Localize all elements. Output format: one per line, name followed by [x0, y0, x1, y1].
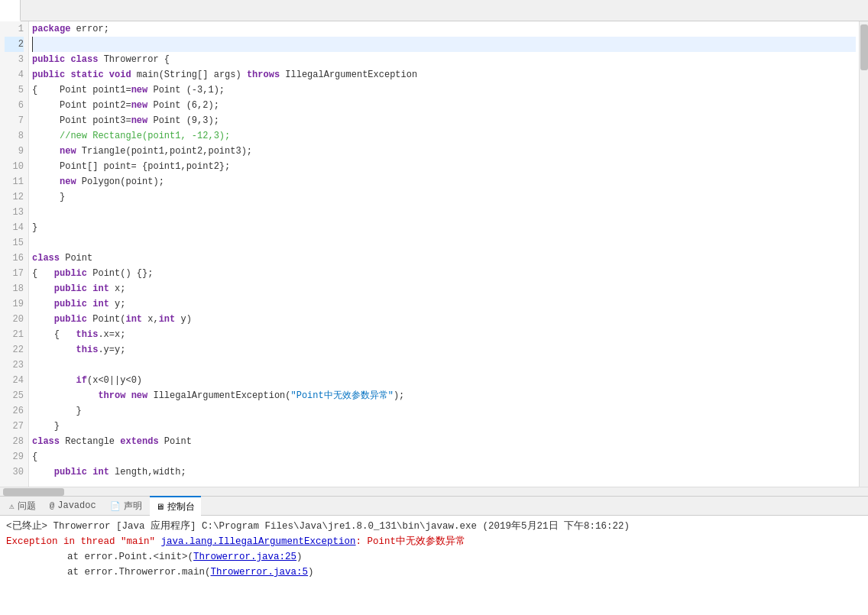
line-number: 28: [5, 434, 24, 449]
code-line: public int y;: [32, 296, 856, 312]
code-line: class Rectangle extends Point: [32, 434, 856, 449]
stack1-prefix: at error.Point.<init>(: [21, 552, 193, 562]
console-error-line: Exception in thread "main" java.lang.Ill…: [6, 534, 862, 549]
line-number: 8: [5, 128, 24, 144]
editor-tab[interactable]: [0, 0, 21, 21]
scrollbar-h-thumb[interactable]: [3, 488, 64, 496]
line-number: 16: [5, 251, 24, 266]
error-exception-link[interactable]: java.lang.IllegalArgumentException: [161, 536, 356, 547]
line-number: 11: [5, 174, 24, 189]
code-line: [32, 205, 856, 220]
vertical-scrollbar[interactable]: [859, 21, 868, 487]
error-prefix: Exception in thread "main": [6, 536, 161, 547]
error-suffix: : Point中无效参数异常: [356, 536, 466, 547]
line-number: 30: [5, 464, 24, 480]
console-icon: 🖥: [156, 502, 164, 512]
line-number: 1: [5, 21, 24, 37]
code-line: Point[] point= {point1,point2};: [32, 159, 856, 174]
code-line: }: [32, 419, 856, 434]
code-line: { Point point1=new Point (-3,1);: [32, 83, 856, 98]
code-line: [32, 37, 856, 52]
line-number: 15: [5, 235, 24, 251]
javadoc-label: Javadoc: [57, 500, 96, 511]
window-controls: [836, 4, 868, 18]
tab-bar: [0, 0, 868, 21]
horizontal-scrollbar[interactable]: [0, 487, 868, 496]
line-number: 3: [5, 52, 24, 67]
line-number: 25: [5, 388, 24, 403]
line-number: 10: [5, 159, 24, 174]
code-line: //new Rectangle(point1, -12,3);: [32, 128, 856, 144]
line-number: 27: [5, 419, 24, 434]
declaration-label: 声明: [124, 500, 142, 513]
code-line: public class Throwerror {: [32, 52, 856, 67]
bottom-tab-console[interactable]: 🖥控制台: [150, 496, 201, 516]
line-number: 20: [5, 312, 24, 327]
code-line: Point point2=new Point (6,2);: [32, 98, 856, 113]
line-number: 6: [5, 98, 24, 113]
code-line: { public Point() {};: [32, 266, 856, 281]
code-line: public static void main(String[] args) t…: [32, 67, 856, 83]
line-number: 24: [5, 373, 24, 388]
line-number: 4: [5, 67, 24, 83]
line-number: 7: [5, 113, 24, 128]
code-line: this.y=y;: [32, 342, 856, 358]
code-line: }: [32, 189, 856, 205]
line-number: 14: [5, 220, 24, 235]
code-line: public Point(int x,int y): [32, 312, 856, 327]
line-number: 23: [5, 358, 24, 373]
code-line: throw new IllegalArgumentException("Poin…: [32, 388, 856, 403]
code-line: new Polygon(point);: [32, 174, 856, 189]
stack2-prefix: at error.Throwerror.main(: [21, 567, 211, 578]
code-area[interactable]: package error; public class Throwerror {…: [29, 21, 859, 487]
line-number: 2: [5, 37, 24, 52]
line-number: 22: [5, 342, 24, 358]
console-area: <已终止> Throwerror [Java 应用程序] C:\Program …: [0, 516, 868, 615]
code-line: public int length,width;: [32, 464, 856, 480]
line-number: 17: [5, 266, 24, 281]
problems-icon: ⚠: [9, 501, 15, 511]
stack2-suffix: ): [308, 567, 314, 578]
code-line: Point point3=new Point (9,3);: [32, 113, 856, 128]
code-line: package error;: [32, 21, 856, 37]
declaration-icon: 📄: [110, 501, 121, 511]
line-numbers: 1234567891011121314151617181920212223242…: [0, 21, 29, 487]
stack1-link[interactable]: Throwerror.java:25: [193, 552, 296, 562]
line-number: 29: [5, 449, 24, 464]
line-number: 9: [5, 144, 24, 159]
javadoc-icon: @: [50, 501, 55, 510]
problems-label: 问题: [18, 500, 36, 513]
line-number: 18: [5, 281, 24, 296]
minimize-button[interactable]: [836, 4, 850, 18]
line-number: 26: [5, 403, 24, 419]
line-number: 13: [5, 205, 24, 220]
console-stack-line-1: at error.Point.<init>(Throwerror.java:25…: [6, 549, 862, 565]
stack1-suffix: ): [296, 552, 303, 562]
bottom-tab-declaration[interactable]: 📄声明: [104, 496, 148, 516]
code-line: { this.x=x;: [32, 327, 856, 342]
code-line: {: [32, 449, 856, 464]
line-number: 5: [5, 83, 24, 98]
bottom-tab-javadoc[interactable]: @Javadoc: [44, 496, 102, 516]
code-line: new Triangle(point1,point2,point3);: [32, 144, 856, 159]
console-stack-line-2: at error.Throwerror.main(Throwerror.java…: [6, 565, 862, 580]
bottom-tabs: ⚠问题@Javadoc📄声明🖥控制台: [0, 496, 868, 516]
code-line: public int x;: [32, 281, 856, 296]
code-line: [32, 235, 856, 251]
console-terminated-line: <已终止> Throwerror [Java 应用程序] C:\Program …: [6, 519, 862, 534]
stack2-link[interactable]: Throwerror.java:5: [211, 567, 309, 578]
code-line: if(x<0||y<0): [32, 373, 856, 388]
line-number: 21: [5, 327, 24, 342]
editor-container: 1234567891011121314151617181920212223242…: [0, 21, 868, 487]
code-line: }: [32, 220, 856, 235]
bottom-tab-problems[interactable]: ⚠问题: [3, 496, 42, 516]
console-label: 控制台: [167, 500, 195, 513]
code-line: [32, 358, 856, 373]
code-line: class Point: [32, 251, 856, 266]
maximize-button[interactable]: [851, 4, 865, 18]
line-number: 19: [5, 296, 24, 312]
code-line: }: [32, 403, 856, 419]
line-number: 12: [5, 189, 24, 205]
scrollbar-thumb[interactable]: [860, 24, 868, 70]
